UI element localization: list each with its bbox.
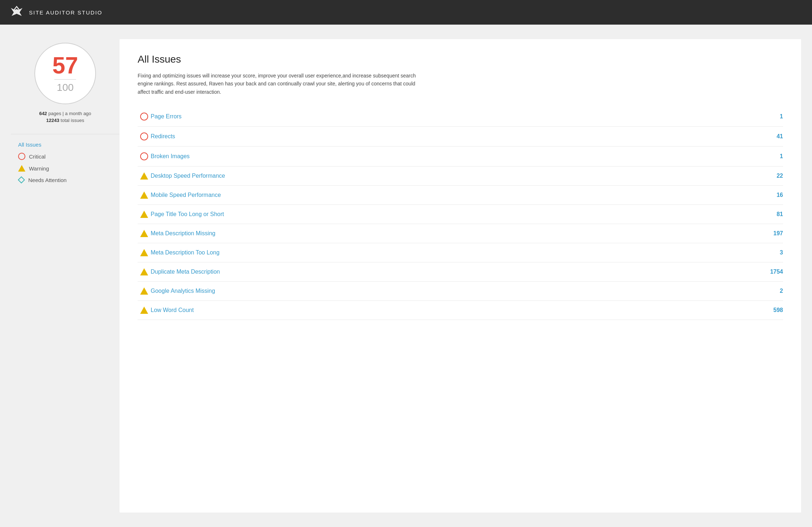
pages-count: 642 (39, 111, 47, 116)
issue-count-google-analytics: 2 (761, 288, 783, 294)
issue-row-broken-images[interactable]: Broken Images1 (138, 147, 783, 166)
warning-row-icon (140, 249, 148, 256)
issue-label-meta-missing[interactable]: Meta Description Missing (151, 230, 761, 237)
sidebar-item-all-issues[interactable]: All Issues (18, 142, 120, 148)
issue-label-low-word-count[interactable]: Low Word Count (151, 307, 761, 313)
score-max: 100 (57, 82, 74, 93)
header: SITE AUDITOR STUDIO (0, 0, 812, 25)
issue-row-page-errors[interactable]: Page Errors1 (138, 107, 783, 127)
issue-count-mobile-speed: 16 (761, 192, 783, 198)
issue-count-broken-images: 1 (761, 153, 783, 160)
sidebar-divider (11, 134, 120, 134)
critical-row-icon (140, 152, 148, 160)
meta-info: 642 pages | a month ago 12243 total issu… (39, 111, 91, 123)
issue-count-page-errors: 1 (761, 113, 783, 120)
pages-info: 642 pages | a month ago (39, 111, 91, 116)
warning-row-icon (140, 268, 148, 275)
pages-label: pages (48, 111, 61, 116)
issue-row-meta-missing[interactable]: Meta Description Missing197 (138, 224, 783, 243)
critical-label: Critical (29, 153, 46, 160)
issue-label-mobile-speed[interactable]: Mobile Speed Performance (151, 192, 761, 198)
sidebar: 57 100 642 pages | a month ago 12243 tot… (11, 39, 120, 513)
warning-row-icon (140, 230, 148, 237)
issue-label-redirects[interactable]: Redirects (151, 133, 761, 140)
sidebar-item-critical[interactable]: Critical (18, 153, 120, 160)
critical-row-icon (140, 132, 148, 140)
content-description: Fixing and optimizing issues will increa… (138, 72, 420, 96)
all-issues-label: All Issues (18, 142, 41, 148)
issue-label-page-errors[interactable]: Page Errors (151, 113, 761, 120)
issue-count-low-word-count: 598 (761, 307, 783, 313)
warning-row-icon (140, 287, 148, 295)
issue-label-broken-images[interactable]: Broken Images (151, 153, 761, 160)
sidebar-nav: All Issues Critical Warning Needs Attent… (11, 142, 120, 183)
issue-label-meta-too-long[interactable]: Meta Description Too Long (151, 249, 761, 256)
content-area: All Issues Fixing and optimizing issues … (120, 39, 801, 513)
issue-row-desktop-speed[interactable]: Desktop Speed Performance22 (138, 166, 783, 186)
separator: | (63, 111, 64, 116)
sidebar-item-warning[interactable]: Warning (18, 165, 120, 172)
score-value: 57 (52, 54, 78, 77)
issue-row-redirects[interactable]: Redirects41 (138, 127, 783, 147)
warning-label: Warning (29, 165, 49, 172)
issue-count-duplicate-meta: 1754 (761, 269, 783, 275)
warning-row-icon (140, 172, 148, 180)
issue-row-meta-too-long[interactable]: Meta Description Too Long3 (138, 243, 783, 262)
issue-list: Page Errors1Redirects41Broken Images1Des… (138, 107, 783, 320)
issues-info: 12243 total issues (39, 118, 91, 123)
issue-row-low-word-count[interactable]: Low Word Count598 (138, 301, 783, 320)
warning-row-icon (140, 191, 148, 199)
needs-attention-icon (18, 176, 25, 184)
warning-icon (18, 165, 25, 172)
score-circle: 57 100 (34, 43, 96, 104)
issue-count-page-title: 81 (761, 211, 783, 218)
issue-count-meta-too-long: 3 (761, 249, 783, 256)
logo-area: SITE AUDITOR STUDIO (9, 4, 102, 20)
total-issues-label: total issues (60, 118, 84, 123)
score-divider (54, 79, 76, 80)
issue-row-page-title[interactable]: Page Title Too Long or Short81 (138, 205, 783, 224)
raven-logo-icon (9, 4, 25, 20)
needs-attention-label: Needs Attention (28, 177, 67, 183)
issue-row-duplicate-meta[interactable]: Duplicate Meta Description1754 (138, 262, 783, 282)
warning-row-icon (140, 307, 148, 314)
app-title: SITE AUDITOR STUDIO (29, 9, 102, 16)
page-title: All Issues (138, 54, 783, 65)
issue-count-redirects: 41 (761, 133, 783, 140)
critical-row-icon (140, 113, 148, 121)
time-ago: a month ago (65, 111, 91, 116)
issue-count-meta-missing: 197 (761, 230, 783, 237)
total-issues-count: 12243 (46, 118, 59, 123)
critical-icon (18, 153, 25, 160)
issue-count-desktop-speed: 22 (761, 173, 783, 179)
sidebar-item-needs-attention[interactable]: Needs Attention (18, 177, 120, 183)
issue-label-duplicate-meta[interactable]: Duplicate Meta Description (151, 269, 761, 275)
warning-row-icon (140, 211, 148, 218)
issue-label-page-title[interactable]: Page Title Too Long or Short (151, 211, 761, 218)
issue-row-google-analytics[interactable]: Google Analytics Missing2 (138, 282, 783, 301)
issue-label-desktop-speed[interactable]: Desktop Speed Performance (151, 173, 761, 179)
issue-row-mobile-speed[interactable]: Mobile Speed Performance16 (138, 186, 783, 205)
main-content: 57 100 642 pages | a month ago 12243 tot… (0, 25, 812, 527)
issue-label-google-analytics[interactable]: Google Analytics Missing (151, 288, 761, 294)
